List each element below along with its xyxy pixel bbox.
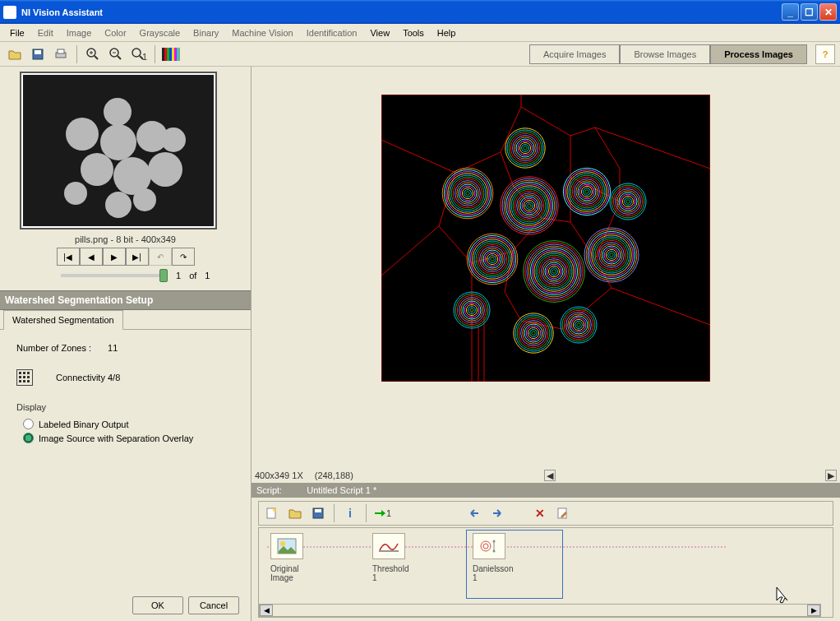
open-button[interactable] <box>5 44 25 64</box>
svg-point-89 <box>612 185 644 218</box>
svg-point-156 <box>517 317 550 350</box>
hscroll-left-icon[interactable]: ◀ <box>544 470 556 481</box>
svg-line-9 <box>118 56 121 59</box>
canvas-vscroll[interactable] <box>827 49 838 456</box>
script-hscroll[interactable]: ◀ ▶ <box>259 604 821 617</box>
maximize-button[interactable]: ☐ <box>801 3 818 21</box>
step-threshold[interactable]: Threshold 1 <box>372 533 407 582</box>
cancel-button[interactable]: Cancel <box>188 596 239 614</box>
svg-point-96 <box>625 198 632 206</box>
script-strip: Original Image Threshold 1 Danielsson 1 … <box>258 527 833 618</box>
svg-point-173 <box>575 322 583 329</box>
menu-color[interactable]: Color <box>98 25 132 40</box>
hscroll-right-icon[interactable]: ▶ <box>825 470 837 481</box>
watershed-overlay <box>381 95 710 382</box>
zoom-11-button[interactable]: 1:1 <box>129 44 149 64</box>
radio-labeled-binary[interactable]: Labeled Binary Output <box>23 419 234 429</box>
script-delete-button[interactable]: ✕ <box>530 503 550 523</box>
left-panel: pills.png - 8 bit - 400x349 |◀ ◀ ▶ ▶| ↶ … <box>0 67 252 621</box>
svg-rect-31 <box>19 380 21 382</box>
svg-point-54 <box>459 184 477 202</box>
radio-labeled-binary-input[interactable] <box>23 419 34 429</box>
zoom-out-button[interactable] <box>106 44 126 64</box>
svg-point-135 <box>595 239 628 271</box>
step-original-image[interactable]: Original Image <box>270 533 305 582</box>
nav-first-button[interactable]: |◀ <box>57 248 80 266</box>
menu-file[interactable]: File <box>3 25 31 40</box>
svg-point-164 <box>532 331 535 335</box>
svg-rect-32 <box>23 380 25 382</box>
hscroll-left-button[interactable]: ◀ <box>260 605 273 616</box>
menu-view[interactable]: View <box>363 25 396 40</box>
svg-rect-19 <box>174 48 177 61</box>
radio-overlay[interactable]: Image Source with Separation Overlay <box>23 433 234 443</box>
svg-point-117 <box>533 250 576 294</box>
tab-process[interactable]: Process Images <box>710 44 807 64</box>
menu-identification[interactable]: Identification <box>300 25 364 40</box>
save-button[interactable] <box>28 44 48 64</box>
close-button[interactable]: ✕ <box>819 3 837 21</box>
main-canvas[interactable] <box>381 95 710 382</box>
menu-machine-vision[interactable]: Machine Vision <box>225 25 299 40</box>
script-new-button[interactable] <box>262 503 282 523</box>
svg-point-142 <box>608 252 616 259</box>
thumbnail-image <box>23 75 214 226</box>
zones-value: 11 <box>108 343 118 353</box>
nav-undo-button[interactable]: ↶ <box>149 248 172 266</box>
script-edit-button[interactable] <box>553 503 573 523</box>
svg-point-120 <box>538 255 570 288</box>
nav-next-button[interactable]: ▶ <box>103 248 126 266</box>
right-panel: 400x349 1X (248,188) ◀ ▶ Script: Untitle… <box>252 67 840 621</box>
svg-point-183 <box>280 541 285 546</box>
script-save-button[interactable] <box>308 503 328 523</box>
svg-rect-3 <box>58 49 64 53</box>
script-step-back-button[interactable] <box>464 503 484 523</box>
radio-overlay-input[interactable] <box>23 433 34 443</box>
script-open-button[interactable] <box>285 503 305 523</box>
svg-rect-28 <box>19 376 21 378</box>
svg-rect-16 <box>167 48 169 61</box>
menu-edit[interactable]: Edit <box>31 25 60 40</box>
svg-rect-33 <box>27 380 30 382</box>
svg-point-186 <box>483 544 488 549</box>
svg-point-66 <box>513 189 546 222</box>
connectivity-icon[interactable] <box>16 369 33 386</box>
svg-point-103 <box>476 243 509 276</box>
palette-button[interactable] <box>161 44 181 64</box>
step-danielsson[interactable]: Danielsson 1 <box>473 533 507 582</box>
svg-point-174 <box>577 323 580 327</box>
menu-image[interactable]: Image <box>60 25 99 40</box>
tab-acquire[interactable]: Acquire Images <box>529 44 620 64</box>
svg-rect-30 <box>27 376 30 378</box>
minimize-button[interactable]: _ <box>782 3 799 21</box>
zoom-in-button[interactable] <box>83 44 103 64</box>
svg-point-167 <box>564 310 593 339</box>
hscroll-right-button[interactable]: ▶ <box>807 605 820 616</box>
tab-browse[interactable]: Browse Images <box>620 44 710 64</box>
tab-watershed-segmentation[interactable]: Watershed Segmentation <box>3 310 123 330</box>
display-label: Display <box>16 402 234 412</box>
nav-last-button[interactable]: ▶| <box>126 248 149 266</box>
script-step-fwd-button[interactable] <box>487 503 507 523</box>
svg-text:1: 1 <box>386 508 391 518</box>
script-info-button[interactable]: i <box>340 503 360 523</box>
svg-point-43 <box>522 145 529 152</box>
menu-help[interactable]: Help <box>431 25 463 40</box>
print-button[interactable] <box>51 44 71 64</box>
nav-controls: |◀ ◀ ▶ ▶| ↶ ↷ <box>20 248 231 266</box>
script-run-once-button[interactable]: 1 <box>372 503 392 523</box>
svg-point-48 <box>448 174 487 213</box>
nav-prev-button[interactable]: ◀ <box>80 248 103 266</box>
script-label: Script: <box>256 485 282 495</box>
svg-point-67 <box>515 191 543 220</box>
menu-binary[interactable]: Binary <box>187 25 225 40</box>
menu-grayscale[interactable]: Grayscale <box>133 25 187 40</box>
menu-tools[interactable]: Tools <box>396 25 431 40</box>
mode-tabs: Acquire Images Browse Images Process Ima… <box>529 44 807 64</box>
svg-point-50 <box>451 177 484 210</box>
svg-point-58 <box>466 192 469 195</box>
ok-button[interactable]: OK <box>132 596 183 614</box>
svg-point-36 <box>509 132 542 165</box>
nav-redo-button[interactable]: ↷ <box>172 248 195 266</box>
page-slider[interactable] <box>61 274 168 277</box>
